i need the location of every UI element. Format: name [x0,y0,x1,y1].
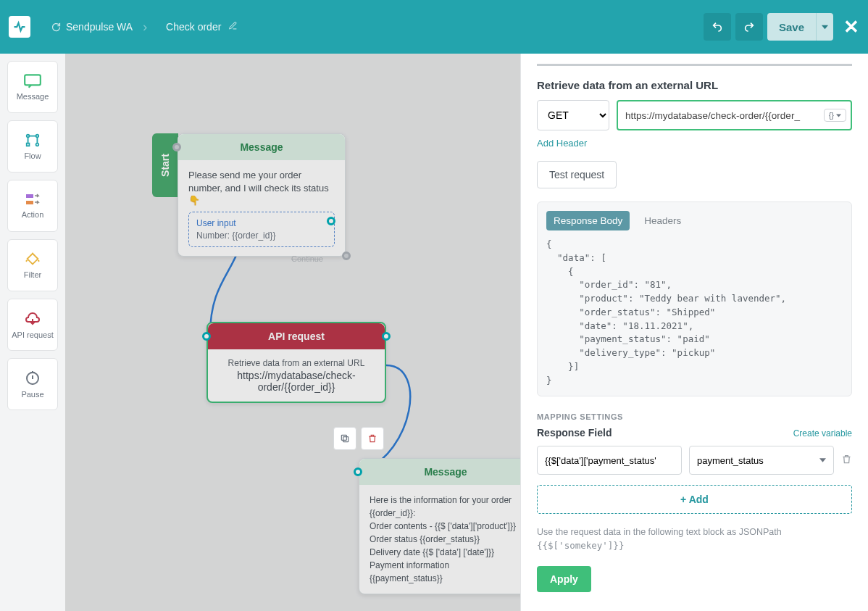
tab-headers[interactable]: Headers [637,211,688,230]
properties-panel: Retrieve data from an external URL GET {… [520,54,868,611]
response-box: Response Body Headers { "data": [ { "ord… [537,201,852,396]
breadcrumb-chevron-icon: › [143,19,156,35]
trash-icon[interactable] [841,454,852,467]
jsonpath-hint: Use the request data in the following te… [537,525,852,553]
tab-response-body[interactable]: Response Body [546,211,630,230]
user-input-title: User input [196,218,327,228]
pencil-icon[interactable] [228,21,238,33]
start-label: Start [159,154,171,177]
mapping-path-input[interactable] [537,446,682,475]
tool-action[interactable]: Action [7,180,58,232]
node-port-out[interactable] [382,332,391,341]
svg-rect-8 [343,437,349,442]
top-header: Sendpulse WA › Check order Save ✕ [0,0,868,54]
toolbox-sidebar: Message Flow Action Filter API request P… [0,54,65,611]
tool-label: Pause [21,390,43,399]
svg-point-1 [27,135,30,138]
node-header: Message [359,459,520,485]
svg-rect-5 [26,194,33,198]
tool-label: Filter [24,270,41,279]
svg-rect-6 [26,201,33,204]
mapping-variable-select[interactable]: payment_status [689,446,834,475]
svg-point-4 [36,144,39,146]
action-icon [23,193,42,207]
continue-ghost-label: Continue [291,254,323,263]
mapping-select-value: payment_status [697,455,764,466]
api-icon [23,310,42,328]
node-port-in[interactable] [202,332,211,341]
breadcrumb-app-label: Sendpulse WA [66,21,133,33]
redo-button[interactable] [735,13,763,41]
node-message-1[interactable]: Message Please send me your order number… [178,133,346,257]
copy-button[interactable] [333,427,356,450]
hand-icon: 👇 [188,195,335,206]
response-body-text: { "data": [ { "order_id": "81", "product… [546,238,843,387]
url-input[interactable] [625,110,824,121]
node-message-2[interactable]: Message Here is the information for your… [359,458,520,594]
url-input-wrapper: {} [617,100,852,130]
node-api-request[interactable]: API request Retrieve data from an extern… [206,322,386,403]
undo-button[interactable] [704,13,731,41]
message-icon [23,73,42,89]
close-icon[interactable]: ✕ [843,16,859,38]
mapping-section-header: MAPPING SETTINGS [537,412,852,421]
panel-title: Retrieve data from an external URL [537,79,852,91]
add-header-link[interactable]: Add Header [537,138,587,149]
node-api-desc: Retrieve data from an external URL [218,358,375,368]
pause-icon [24,370,41,387]
flow-canvas[interactable]: Start Message Please send me your order … [65,54,520,611]
save-dropdown-button[interactable] [816,13,833,41]
svg-point-2 [36,135,39,138]
tool-message[interactable]: Message [7,61,58,113]
node-body-text: Here is the information for your order {… [370,494,520,585]
flow-icon [23,133,42,149]
save-button[interactable]: Save [767,13,816,41]
test-request-button[interactable]: Test request [537,161,617,188]
tool-label: Action [22,210,44,219]
svg-rect-3 [27,144,30,146]
tool-flow[interactable]: Flow [7,120,58,173]
tool-pause[interactable]: Pause [7,358,58,410]
breadcrumb-app[interactable]: Sendpulse WA [41,12,143,41]
node-header: API request [208,323,385,349]
app-logo [9,16,30,38]
node-port-in[interactable] [354,467,362,476]
node-port-out[interactable] [327,217,335,225]
user-input-block[interactable]: User input Number: {{order_id}} [188,212,335,247]
breadcrumb-flow-label: Check order [166,21,221,33]
breadcrumb-flow[interactable]: Check order [156,12,248,41]
node-toolbar [333,427,384,450]
tool-api-request[interactable]: API request [7,299,58,351]
node-text: Please send me your order number, and I … [188,169,335,195]
http-method-select[interactable]: GET [537,100,609,130]
tool-label: Message [17,92,49,101]
add-mapping-button[interactable]: + Add [537,485,852,514]
tool-label: Flow [24,151,41,160]
svg-rect-9 [341,435,346,440]
user-input-value: Number: {{order_id}} [196,230,327,241]
tool-filter[interactable]: Filter [7,239,58,291]
apply-button[interactable]: Apply [537,566,591,592]
response-field-label: Response Field [537,427,612,438]
node-header: Message [178,134,345,160]
delete-button[interactable] [361,427,384,450]
create-variable-link[interactable]: Create variable [793,428,852,438]
filter-icon [23,252,42,267]
tool-label: API request [12,331,53,339]
node-port-in[interactable] [172,143,181,151]
node-api-url: https://mydatabase/check-order/{{order_i… [218,370,375,393]
svg-rect-0 [25,75,41,85]
insert-variable-button[interactable]: {} [824,109,846,122]
